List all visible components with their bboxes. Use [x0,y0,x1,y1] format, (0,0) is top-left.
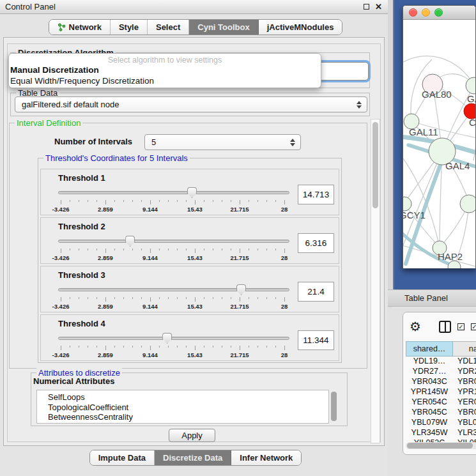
close-light-icon[interactable] [409,8,417,17]
tab-jactivemnodules[interactable]: jActiveMNodules [259,20,342,35]
table-horizontal-scrollbar[interactable] [406,442,476,449]
tick-label: 28 [281,206,288,213]
network-node[interactable] [466,77,476,94]
columns-icon[interactable] [439,321,451,333]
table-cell[interactable]: YBR043C [453,377,476,387]
network-node[interactable] [460,195,476,213]
tab-label: Impute Data [98,453,146,463]
table-cell[interactable]: YBL079W [453,418,476,428]
tab-infer-network[interactable]: Infer Network [231,450,301,465]
table-row[interactable]: YER054CYER054C [406,397,476,408]
table-cell[interactable]: YPR145W [406,387,453,397]
table-cell[interactable]: YBL079W [406,418,453,428]
thresholds-group-label: Threshold's Coordinates for 5 Intervals [43,153,190,163]
minimize-light-icon[interactable] [422,8,430,17]
gear-icon[interactable]: ⚙ [410,320,421,333]
table-cell[interactable]: YLR345W [453,428,476,438]
number-of-intervals-combobox[interactable]: 5 [144,134,301,150]
table-cell[interactable]: YDR27… [406,367,453,377]
slider-track[interactable] [58,288,289,291]
tab-label: Style [119,22,139,32]
tab-select[interactable]: Select [148,20,189,35]
column-header-shared-[interactable]: shared… [406,341,453,357]
table-cell[interactable]: YER054C [453,397,476,408]
threshold-value-field[interactable]: 11.344 [298,330,334,350]
attribute-item-selfloops[interactable]: SelfLoops [37,390,328,403]
tab-network[interactable]: Network [49,20,111,35]
panel-vertical-scrollbar[interactable] [371,119,380,443]
tab-cyni-toolbox[interactable]: Cyni Toolbox [189,20,258,35]
attributes-group: Attributes to discretize Numerical Attri… [31,372,348,426]
tick-label: 15.43 [187,303,203,310]
algorithm-combobox[interactable] [318,62,369,81]
algorithm-option-equal-width-frequency-discretization[interactable]: Equal Width/Frequency Discretization [9,75,321,86]
scrollbar-thumb[interactable] [331,392,337,421]
scrollbar-thumb[interactable] [372,122,378,208]
table-row[interactable]: YLR345WYLR345W [406,428,476,438]
tick-label: -3.426 [52,351,70,358]
threshold-value-field[interactable]: 6.316 [298,233,334,253]
attribute-item-topologicalcoefficient[interactable]: TopologicalCoefficient [37,403,328,413]
table-cell[interactable]: YBR045C [453,408,476,418]
close-icon[interactable]: ✕ [375,4,382,10]
slider-track[interactable] [58,240,289,243]
table-cell[interactable]: YBR045C [406,408,453,418]
table-row[interactable]: YDR27…YDR27… [406,367,476,377]
threshold-slider[interactable]: -3.4262.8599.14415.4321.71528 [58,234,289,263]
table-data-combobox[interactable]: galFiltered.sif default node [15,96,367,112]
attributes-list[interactable]: SelfLoopsTopologicalCoefficientBetweenne… [36,390,329,424]
algorithm-option-manual-discretization[interactable]: Manual Discretization [9,65,321,75]
threshold-slider[interactable]: -3.4262.8599.14415.4321.71528 [58,186,289,214]
threshold-value-field[interactable]: 14.713 [298,185,334,204]
threshold-box: Threshold 1-3.4262.8599.14415.4321.71528… [40,169,339,215]
network-canvas[interactable]: GAL80GACGAL11GAL4GCY1HHAP2 [403,20,476,268]
tick-label: 21.715 [230,351,249,358]
table-cell[interactable]: YBR043C [406,377,453,387]
tab-style[interactable]: Style [111,20,148,35]
table-row[interactable]: YBR043CYBR043C [406,377,476,387]
combo-arrows-icon [290,139,295,146]
network-view-window[interactable]: GAL80GACGAL11GAL4GCY1HHAP2 [403,5,476,268]
slider-thumb[interactable] [162,333,172,344]
network-window-titlebar[interactable] [403,6,475,20]
apply-button[interactable]: Apply [169,429,215,442]
scrollbar-thumb[interactable] [407,443,473,449]
table-cell[interactable]: YPR145W [453,387,476,397]
network-graph[interactable]: GAL80GACGAL11GAL4GCY1HHAP2 [403,20,476,268]
slider-thumb[interactable] [236,284,246,295]
threshold-slider[interactable]: -3.4262.8599.14415.4321.71528 [58,283,289,311]
algorithm-placeholder-option[interactable]: Select algorithm to view settings [9,56,321,65]
float-window-icon[interactable] [364,4,369,10]
threshold-value-field[interactable]: 21.4 [298,282,334,302]
slider-thumb[interactable] [187,187,197,198]
tick-label: -3.426 [52,206,70,213]
network-node[interactable] [403,197,411,211]
tick-label: 9.144 [142,303,158,310]
table-row[interactable]: YBR045CYBR045C [406,408,476,418]
column-header-name[interactable]: name [453,341,476,357]
threshold-title: Threshold 2 [58,222,105,231]
tab-discretize-data[interactable]: Discretize Data [155,450,231,465]
table-cell[interactable]: YLR345W [406,428,453,438]
attribute-item-betweennesscentrality[interactable]: BetweennessCentrality [37,412,328,422]
threshold-slider[interactable]: -3.4262.8599.14415.4321.71528 [58,332,289,360]
slider-track[interactable] [58,191,289,194]
table-row[interactable]: YDL19…YDL19… [406,357,476,367]
table-cell[interactable]: YDL19… [453,357,476,367]
slider-track[interactable] [58,337,289,340]
table-cell[interactable]: YDL19… [406,357,453,367]
tick-label: 2.859 [98,206,113,213]
table-cell[interactable]: YER054C [406,397,453,408]
node-label-c: C [469,117,476,128]
attributes-list-scrollbar[interactable] [330,390,338,423]
slider-thumb[interactable] [125,236,135,247]
zoom-light-icon[interactable] [434,8,443,17]
table-row[interactable]: YPR145WYPR145W [406,387,476,397]
checkbox-icon[interactable]: ✓ [471,323,476,330]
tick-label: 28 [281,303,288,310]
tab-impute-data[interactable]: Impute Data [90,450,155,465]
table-cell[interactable]: YDR27… [453,367,476,377]
table-row[interactable]: YBL079WYBL079W [406,418,476,428]
node-label-gal11: GAL11 [409,127,438,137]
checkbox-icon[interactable]: ✓ [457,323,464,330]
